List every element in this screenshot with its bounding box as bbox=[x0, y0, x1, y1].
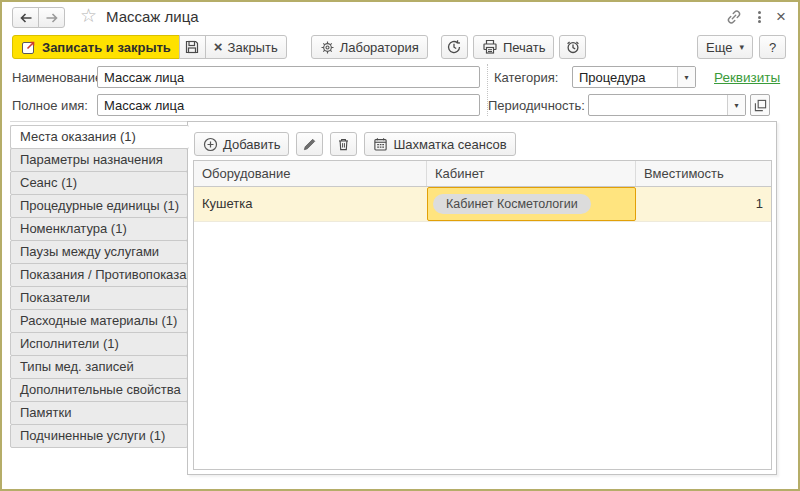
open-in-list-icon bbox=[754, 99, 767, 112]
forward-button[interactable] bbox=[38, 7, 65, 28]
sidebar-item-mesta-okazaniya[interactable]: Места оказания (1) bbox=[10, 125, 189, 149]
places-content-panel: Добавить bbox=[187, 121, 777, 475]
sidebar-item-rashodnye-materialy[interactable]: Расходные материалы (1) bbox=[10, 309, 188, 333]
save-button-group: Записать и закрыть × Закрыть bbox=[12, 35, 287, 59]
sidebar-item-pamyatki[interactable]: Памятки bbox=[10, 401, 188, 425]
sidebar-item-podchinennye-uslugi[interactable]: Подчиненные услуги (1) bbox=[10, 424, 188, 448]
periodicity-combobox[interactable]: ▾ bbox=[588, 94, 746, 116]
sidebar-item-seans[interactable]: Сеанс (1) bbox=[10, 171, 188, 195]
command-bar: Записать и закрыть × Закрыть Лаборатория bbox=[12, 35, 786, 59]
edit-row-button[interactable] bbox=[296, 132, 323, 156]
reminder-button[interactable] bbox=[559, 35, 586, 59]
sidebar-item-pauzy[interactable]: Паузы между услугами bbox=[10, 240, 188, 264]
equipment-table: Оборудование Кабинет Вместимость Кушетка… bbox=[193, 160, 772, 470]
get-link-icon[interactable] bbox=[725, 8, 743, 26]
titlebar-actions: × bbox=[725, 7, 786, 27]
favorite-star-icon[interactable]: ☆ bbox=[80, 5, 97, 27]
history-clock-icon bbox=[446, 39, 462, 55]
periodicity-field-label: Периодичность: bbox=[488, 98, 585, 113]
save-close-icon bbox=[21, 39, 37, 55]
column-header-cabinet[interactable]: Кабинет bbox=[427, 161, 636, 186]
chevron-down-icon: ▾ bbox=[734, 101, 738, 110]
capacity-cell[interactable]: 1 bbox=[636, 187, 771, 221]
more-menu-kebab-icon[interactable] bbox=[758, 10, 761, 25]
full-name-input[interactable] bbox=[97, 94, 480, 116]
close-form-button[interactable]: × Закрыть bbox=[205, 35, 287, 59]
add-plus-icon bbox=[203, 137, 218, 152]
add-row-button[interactable]: Добавить bbox=[194, 132, 289, 156]
back-button[interactable] bbox=[12, 7, 39, 28]
floppy-save-icon bbox=[184, 39, 200, 55]
arrow-right-icon bbox=[45, 12, 59, 24]
nav-history-group bbox=[12, 7, 65, 28]
sidebar-item-dopolnitelnye-svojstva[interactable]: Дополнительные свойства bbox=[10, 378, 188, 402]
laboratory-button[interactable]: Лаборатория bbox=[311, 35, 428, 59]
save-and-close-button[interactable]: Записать и закрыть bbox=[12, 35, 180, 59]
print-button[interactable]: Печать bbox=[473, 35, 555, 59]
category-field-label: Категория: bbox=[494, 70, 558, 85]
chevron-down-icon: ▾ bbox=[739, 42, 744, 52]
cabinet-cell-selected[interactable]: Кабинет Косметологии bbox=[427, 187, 636, 221]
section-tab-list: Места оказания (1) Параметры назначения … bbox=[10, 126, 188, 448]
close-window-icon[interactable]: × bbox=[776, 8, 786, 26]
sidebar-item-tipy-med-zapisej[interactable]: Типы мед. записей bbox=[10, 355, 188, 379]
chevron-down-icon: ▾ bbox=[684, 73, 688, 82]
alarm-clock-icon bbox=[565, 39, 581, 55]
category-combobox[interactable]: Процедура ▾ bbox=[572, 66, 696, 88]
table-command-bar: Добавить bbox=[194, 132, 516, 156]
cabinet-tag[interactable]: Кабинет Косметологии bbox=[433, 194, 591, 214]
table-row[interactable]: Кушетка Кабинет Косметологии 1 bbox=[194, 187, 771, 222]
equipment-cell[interactable]: Кушетка bbox=[194, 187, 427, 221]
sidebar-item-parametry-naznacheniya[interactable]: Параметры назначения bbox=[10, 148, 188, 172]
category-dropdown-button[interactable]: ▾ bbox=[677, 67, 695, 87]
requisites-link[interactable]: Реквизиты bbox=[714, 70, 780, 85]
sidebar-item-ispolniteli[interactable]: Исполнители (1) bbox=[10, 332, 188, 356]
full-name-field-label: Полное имя: bbox=[12, 98, 88, 113]
help-button[interactable]: ? bbox=[759, 35, 786, 59]
delete-row-button[interactable] bbox=[330, 132, 357, 156]
printer-icon bbox=[482, 39, 498, 55]
window-title: Массаж лица bbox=[106, 8, 199, 25]
pencil-icon bbox=[302, 137, 317, 152]
category-value: Процедура bbox=[573, 70, 677, 85]
service-card-window: ☆ Массаж лица × Записать и закрыть bbox=[0, 0, 800, 491]
name-input[interactable] bbox=[97, 66, 480, 88]
periodicity-dropdown-button[interactable]: ▾ bbox=[727, 95, 745, 115]
column-header-equipment[interactable]: Оборудование bbox=[194, 161, 427, 186]
trash-icon bbox=[336, 137, 351, 152]
column-header-capacity[interactable]: Вместимость bbox=[636, 161, 771, 186]
history-button[interactable] bbox=[441, 35, 468, 59]
periodicity-open-button[interactable] bbox=[750, 94, 770, 116]
gear-icon bbox=[320, 40, 335, 55]
close-x-icon: × bbox=[214, 40, 223, 54]
name-field-label: Наименование: bbox=[12, 70, 106, 85]
more-button[interactable]: Еще ▾ bbox=[697, 35, 753, 59]
sidebar-item-pokazaniya[interactable]: Показания / Противопоказания bbox=[10, 263, 188, 287]
calendar-grid-icon bbox=[373, 137, 388, 152]
sidebar-item-procedurnye-edinicy[interactable]: Процедурные единицы (1) bbox=[10, 194, 188, 218]
sessions-grid-button[interactable]: Шахматка сеансов bbox=[364, 132, 515, 156]
save-button[interactable] bbox=[179, 35, 206, 59]
table-header-row: Оборудование Кабинет Вместимость bbox=[194, 161, 771, 187]
sidebar-item-pokazateli[interactable]: Показатели bbox=[10, 286, 188, 310]
sidebar-item-nomenklatura[interactable]: Номенклатура (1) bbox=[10, 217, 188, 241]
arrow-left-icon bbox=[19, 12, 33, 24]
